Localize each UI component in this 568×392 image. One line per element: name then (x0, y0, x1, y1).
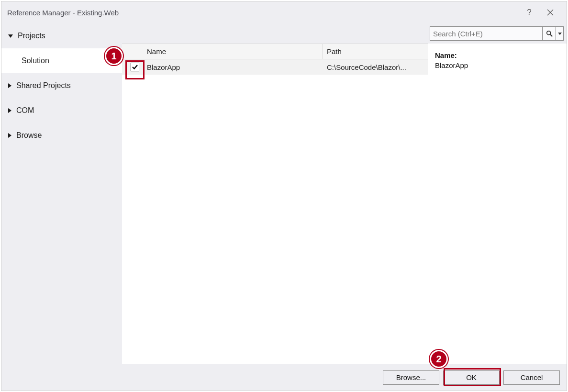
help-button[interactable]: ? (519, 1, 540, 23)
checkbox[interactable] (131, 63, 139, 71)
list-wrap: Name Path BlazorApp C:\SourceCode\Blazor… (122, 44, 567, 364)
chevron-right-icon (8, 133, 11, 138)
dialog-body: Projects Solution Shared Projects COM Br… (1, 23, 567, 364)
svg-point-2 (546, 31, 550, 35)
ok-button[interactable]: OK (443, 370, 500, 385)
chevron-right-icon (8, 83, 11, 88)
search-submit[interactable] (542, 27, 556, 40)
titlebar: Reference Manager - Existing.Web ? (1, 1, 567, 23)
close-button[interactable] (540, 1, 561, 23)
project-list: Name Path BlazorApp C:\SourceCode\Blazor… (122, 44, 428, 364)
row-check-cell (122, 59, 143, 75)
sidebar-item-label: Projects (18, 32, 45, 40)
detail-name-label: Name: (435, 51, 560, 59)
col-path[interactable]: Path (323, 44, 428, 59)
center-panel: Name Path BlazorApp C:\SourceCode\Blazor… (122, 23, 567, 364)
search-dropdown[interactable] (556, 27, 563, 40)
check-icon (132, 64, 138, 70)
list-header: Name Path (122, 44, 428, 59)
sidebar-item-projects[interactable]: Projects (1, 23, 122, 48)
help-icon: ? (527, 8, 531, 17)
chevron-down-icon (8, 34, 13, 38)
col-check (122, 44, 143, 59)
search-row (122, 23, 567, 44)
sidebar-item-browse[interactable]: Browse (1, 123, 122, 148)
chevron-down-icon (558, 33, 562, 35)
cancel-button[interactable]: Cancel (503, 370, 560, 385)
window-title: Reference Manager - Existing.Web (7, 9, 119, 17)
list-row[interactable]: BlazorApp C:\SourceCode\Blazor\... (122, 59, 428, 75)
detail-name-value: BlazorApp (435, 61, 560, 69)
search-box[interactable] (430, 26, 564, 41)
details-panel: Name: BlazorApp (428, 44, 567, 364)
row-path: C:\SourceCode\Blazor\... (323, 59, 428, 75)
sidebar-item-label: Shared Projects (16, 81, 71, 90)
reference-manager-dialog: Reference Manager - Existing.Web ? Proje… (1, 1, 567, 391)
sidebar-item-solution[interactable]: Solution (1, 48, 122, 73)
search-icon (546, 30, 553, 37)
sidebar-item-com[interactable]: COM (1, 98, 122, 123)
col-name[interactable]: Name (143, 44, 323, 59)
browse-button[interactable]: Browse... (383, 370, 439, 385)
close-icon (547, 9, 554, 16)
sidebar-item-label: Browse (16, 131, 42, 140)
chevron-right-icon (8, 108, 11, 113)
sidebar: Projects Solution Shared Projects COM Br… (1, 23, 122, 364)
row-name: BlazorApp (143, 59, 323, 75)
search-input[interactable] (430, 30, 542, 38)
footer: Browse... OK Cancel (1, 364, 567, 391)
sidebar-item-shared-projects[interactable]: Shared Projects (1, 73, 122, 98)
svg-line-3 (550, 34, 552, 36)
sidebar-item-label: Solution (22, 56, 49, 65)
sidebar-item-label: COM (16, 106, 34, 115)
